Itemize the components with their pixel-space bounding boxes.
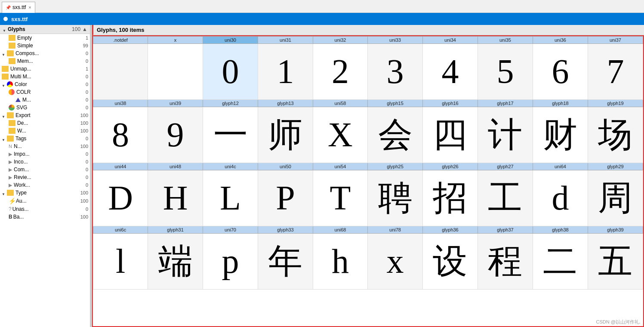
glyph-cell[interactable]: 0: [203, 44, 258, 100]
cell-label[interactable]: x: [148, 37, 203, 44]
sidebar-item-export[interactable]: Export 100: [0, 111, 90, 119]
cell-label[interactable]: glyph13: [258, 100, 313, 107]
glyph-cell[interactable]: H: [148, 170, 203, 226]
glyph-cell[interactable]: 4: [423, 44, 478, 100]
cell-label[interactable]: glyph18: [533, 100, 588, 107]
glyph-cell[interactable]: P: [258, 170, 313, 226]
glyph-cell[interactable]: 五: [588, 234, 643, 290]
cell-label[interactable]: uni39: [148, 100, 203, 107]
cell-label[interactable]: uni44: [93, 163, 148, 170]
sidebar-item-impo[interactable]: ▶ Impo... 0: [0, 150, 90, 158]
glyph-cell[interactable]: 7: [588, 44, 643, 100]
sidebar-item-work[interactable]: ▶ Work... 0: [0, 181, 90, 189]
sidebar-item-unmap[interactable]: Unmap... 1: [0, 65, 90, 73]
sidebar-item-n[interactable]: N N... 100: [0, 142, 90, 150]
sidebar-item-w[interactable]: W... 100: [0, 127, 90, 135]
cell-label[interactable]: uni37: [588, 37, 643, 44]
sxs-tab[interactable]: 📌 sxs.ttf ×: [2, 2, 35, 13]
sidebar-item-unas[interactable]: ? Unas... 0: [0, 205, 90, 213]
cell-label[interactable]: uni35: [478, 37, 533, 44]
sidebar-item-m[interactable]: M... 0: [0, 96, 90, 104]
sidebar-item-type[interactable]: Type 100: [0, 189, 90, 197]
cell-label[interactable]: glyph33: [258, 226, 313, 234]
sidebar-item-com[interactable]: ▶ Com... 0: [0, 166, 90, 173]
glyph-cell[interactable]: 二: [533, 234, 588, 290]
cell-label[interactable]: uni50: [258, 163, 313, 170]
cell-label[interactable]: glyph25: [368, 163, 423, 170]
glyph-cell[interactable]: [93, 44, 148, 100]
glyph-cell[interactable]: 1: [258, 44, 313, 100]
cell-label[interactable]: uni54: [313, 163, 367, 170]
sidebar-item-de[interactable]: De... 100: [0, 119, 90, 127]
glyph-cell[interactable]: X: [313, 107, 367, 163]
cell-label[interactable]: uni30: [203, 37, 258, 44]
cell-label[interactable]: uni31: [258, 37, 313, 44]
sidebar-item-revie[interactable]: ▶ Revie... 0: [0, 173, 90, 181]
glyph-cell[interactable]: 一: [203, 107, 258, 163]
sidebar-item-simple[interactable]: Simple 99: [0, 42, 90, 49]
cell-label[interactable]: uni78: [368, 226, 423, 234]
cell-label[interactable]: glyph39: [588, 226, 643, 234]
glyph-cell[interactable]: D: [93, 170, 148, 226]
cell-label[interactable]: uni70: [203, 226, 258, 234]
glyph-cell[interactable]: 师: [258, 107, 313, 163]
glyph-cell[interactable]: h: [313, 234, 367, 290]
glyph-cell[interactable]: 周: [588, 170, 643, 226]
glyph-cell[interactable]: x: [368, 234, 423, 290]
cell-label[interactable]: uni68: [313, 226, 367, 234]
cell-label[interactable]: uni48: [148, 163, 203, 170]
cell-label[interactable]: glyph29: [588, 163, 643, 170]
glyph-cell[interactable]: d: [533, 170, 588, 226]
cell-label[interactable]: glyph12: [203, 100, 258, 107]
cell-label[interactable]: uni58: [313, 100, 367, 107]
glyph-cell[interactable]: 5: [478, 44, 533, 100]
cell-label[interactable]: uni36: [533, 37, 588, 44]
sidebar-item-au[interactable]: ⚡ Au... 100: [0, 197, 90, 205]
glyph-cell[interactable]: 程: [478, 234, 533, 290]
tab-close-button[interactable]: ×: [28, 5, 31, 10]
expand-icon[interactable]: [2, 51, 6, 56]
cell-label[interactable]: glyph19: [588, 100, 643, 107]
sidebar-item-colr[interactable]: COLR 0: [0, 88, 90, 96]
glyph-cell[interactable]: 设: [423, 234, 478, 290]
sidebar-item-compos[interactable]: Compos... 0: [0, 49, 90, 57]
glyph-cell[interactable]: [148, 44, 203, 100]
glyph-cell[interactable]: 2: [313, 44, 367, 100]
glyph-cell[interactable]: T: [313, 170, 367, 226]
sidebar-item-color[interactable]: Color 0: [0, 80, 90, 88]
sidebar-item-tags[interactable]: Tags 0: [0, 135, 90, 142]
glyph-cell[interactable]: 会: [368, 107, 423, 163]
sidebar-expand-icon[interactable]: [3, 27, 7, 31]
cell-label[interactable]: glyph31: [148, 226, 203, 234]
cell-label[interactable]: glyph16: [423, 100, 478, 107]
expand-icon[interactable]: [2, 82, 6, 86]
cell-label[interactable]: glyph27: [478, 163, 533, 170]
sidebar-item-ba[interactable]: B Ba... 100: [0, 213, 90, 221]
glyph-cell[interactable]: 9: [148, 107, 203, 163]
glyph-cell[interactable]: 四: [423, 107, 478, 163]
glyph-cell[interactable]: L: [203, 170, 258, 226]
glyph-cell[interactable]: 聘: [368, 170, 423, 226]
cell-label[interactable]: uni38: [93, 100, 148, 107]
glyph-cell[interactable]: 8: [93, 107, 148, 163]
glyph-cell[interactable]: 工: [478, 170, 533, 226]
sidebar-item-empty[interactable]: Empty 1: [0, 34, 90, 42]
cell-label[interactable]: glyph15: [368, 100, 423, 107]
cell-label[interactable]: glyph26: [423, 163, 478, 170]
cell-label[interactable]: uni33: [368, 37, 423, 44]
glyph-cell[interactable]: 6: [533, 44, 588, 100]
glyph-cell[interactable]: 年: [258, 234, 313, 290]
glyph-cell[interactable]: 场: [588, 107, 643, 163]
cell-label[interactable]: uni32: [313, 37, 367, 44]
sidebar-item-mem[interactable]: Mem... 0: [0, 57, 90, 65]
expand-icon[interactable]: [2, 113, 6, 117]
sidebar-item-multim[interactable]: Multi M... 0: [0, 73, 90, 80]
expand-icon[interactable]: [2, 136, 6, 141]
cell-label[interactable]: uni6c: [93, 226, 148, 234]
cell-label[interactable]: uni4c: [203, 163, 258, 170]
cell-label[interactable]: glyph36: [423, 226, 478, 234]
sidebar-item-inco[interactable]: ▶ Inco... 0: [0, 158, 90, 166]
glyph-cell[interactable]: 3: [368, 44, 423, 100]
expand-icon[interactable]: [2, 191, 6, 195]
sidebar-sort-icon[interactable]: ▲: [82, 26, 87, 32]
